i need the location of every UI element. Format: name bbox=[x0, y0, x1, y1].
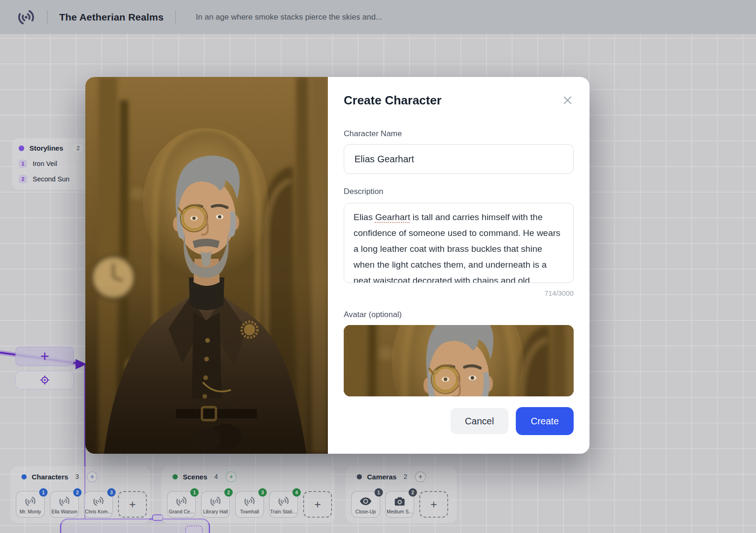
description-textarea[interactable]: Elias Gearhart is tall and carries himse… bbox=[344, 203, 574, 283]
modal-title: Create Character bbox=[344, 92, 442, 109]
create-character-modal: Create Character Character Name Descript… bbox=[85, 77, 590, 454]
description-text: is tall and carries himself with the con… bbox=[354, 212, 561, 283]
cancel-button[interactable]: Cancel bbox=[451, 408, 508, 434]
modal-form-pane: Create Character Character Name Descript… bbox=[328, 77, 590, 454]
character-counter: 714/3000 bbox=[344, 289, 574, 297]
character-name-label: Character Name bbox=[344, 129, 574, 138]
character-name-input[interactable] bbox=[344, 144, 574, 174]
close-icon bbox=[563, 96, 572, 104]
close-button[interactable] bbox=[562, 94, 574, 106]
avatar-label: Avatar (optional) bbox=[344, 310, 574, 319]
description-misspelled-word: Gearhart bbox=[375, 212, 410, 222]
description-text: Elias bbox=[354, 212, 375, 222]
description-label: Description bbox=[344, 187, 574, 196]
create-button[interactable]: Create bbox=[516, 407, 574, 435]
avatar-preview[interactable] bbox=[344, 325, 574, 396]
character-portrait-image bbox=[85, 77, 328, 454]
